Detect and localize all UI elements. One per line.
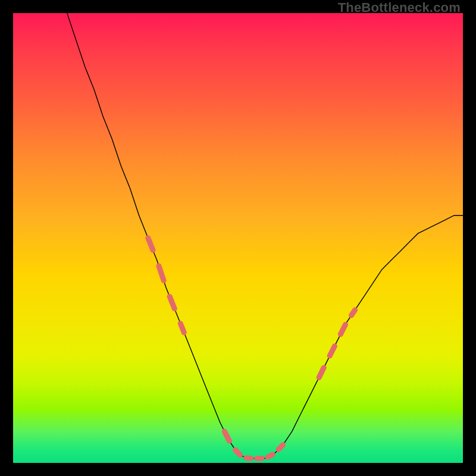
plot-area xyxy=(13,13,463,463)
bottleneck-curve xyxy=(67,13,463,458)
highlight-dash-1 xyxy=(224,431,283,458)
curve-svg xyxy=(13,13,463,463)
highlight-dash-group xyxy=(148,238,355,458)
outer-frame: TheBottleneck.com xyxy=(0,0,476,476)
watermark-text: TheBottleneck.com xyxy=(338,0,461,15)
highlight-dash-2 xyxy=(319,310,355,377)
